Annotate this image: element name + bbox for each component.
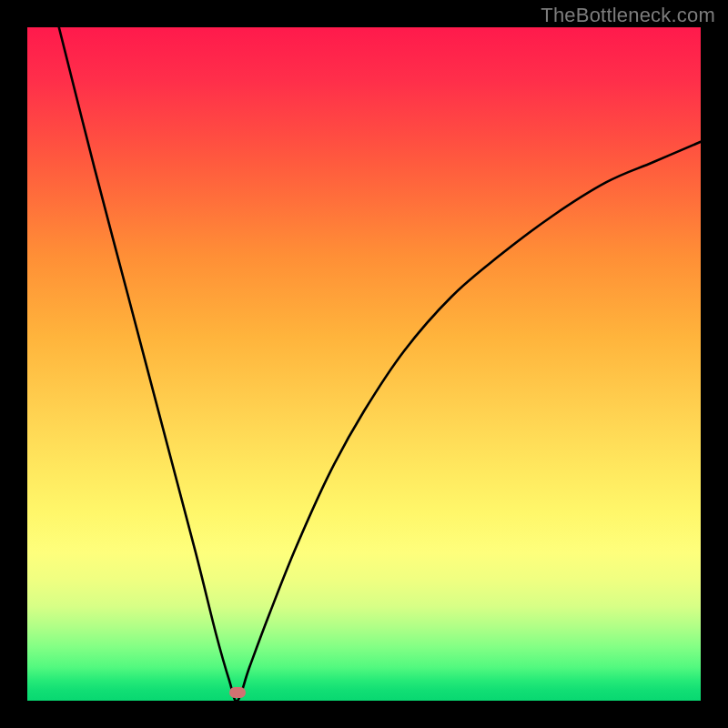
watermark-text: TheBottleneck.com: [541, 4, 715, 27]
bottleneck-curve: [27, 27, 701, 701]
minimum-marker: [229, 687, 246, 698]
plot-area: [27, 27, 701, 701]
chart-frame: TheBottleneck.com: [0, 0, 728, 728]
